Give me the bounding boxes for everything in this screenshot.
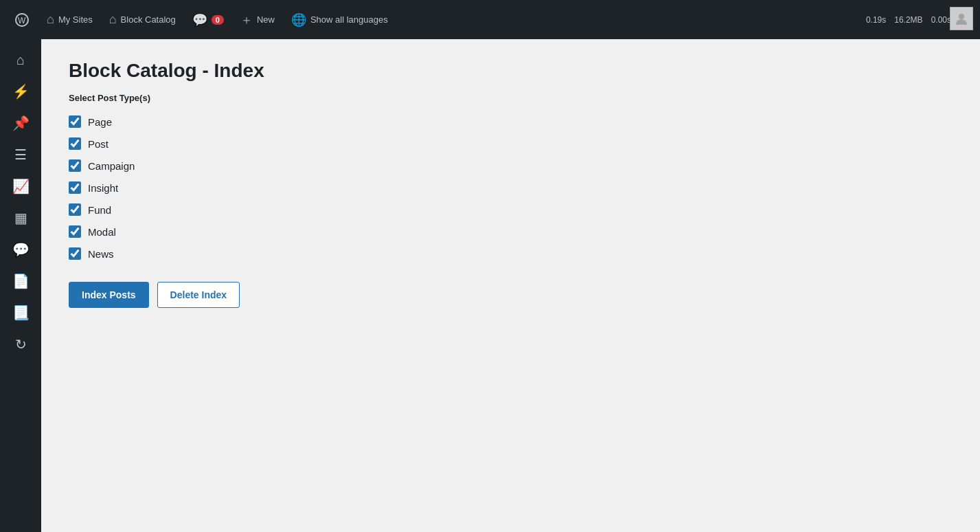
comments-link[interactable]: 💬 0 bbox=[184, 0, 232, 39]
block-catalog-link[interactable]: ⌂ Block Catalog bbox=[101, 0, 184, 39]
meta-mem: 16.2MB bbox=[890, 15, 926, 25]
checkbox-label-modal[interactable]: Modal bbox=[88, 226, 116, 238]
main-content: Block Catalog - Index Select Post Type(s… bbox=[41, 39, 980, 532]
checkbox-item-modal: Modal bbox=[69, 225, 953, 238]
sidebar: ⌂ ⚡ 📌 ☰ 📈 ▦ 💬 📄 📃 ↻ bbox=[0, 39, 41, 532]
wp-logo[interactable]: W bbox=[5, 0, 38, 39]
checkbox-label-page[interactable]: Page bbox=[88, 116, 112, 128]
checkbox-post[interactable] bbox=[69, 137, 81, 150]
sidebar-icon-pin[interactable]: 📌 bbox=[5, 108, 36, 138]
svg-point-2 bbox=[959, 14, 964, 19]
checkbox-item-page: Page bbox=[69, 115, 953, 128]
checkbox-item-insight: Insight bbox=[69, 181, 953, 194]
checkbox-campaign[interactable] bbox=[69, 159, 81, 172]
sidebar-icon-grid[interactable]: ▦ bbox=[5, 203, 36, 233]
sidebar-icon-docs[interactable]: 📃 bbox=[5, 298, 36, 328]
avatar[interactable] bbox=[950, 7, 973, 30]
svg-text:W: W bbox=[18, 16, 26, 25]
checkbox-modal[interactable] bbox=[69, 225, 81, 238]
checkbox-label-fund[interactable]: Fund bbox=[88, 204, 111, 216]
languages-link[interactable]: 🌐 Show all languages bbox=[283, 0, 396, 39]
checkbox-insight[interactable] bbox=[69, 181, 81, 194]
plus-icon: ＋ bbox=[240, 12, 253, 28]
layout: ⌂ ⚡ 📌 ☰ 📈 ▦ 💬 📄 📃 ↻ Block Catalog - Inde… bbox=[0, 39, 980, 532]
checkbox-label-campaign[interactable]: Campaign bbox=[88, 160, 135, 172]
translate-icon: 🌐 bbox=[291, 12, 306, 27]
delete-index-button[interactable]: Delete Index bbox=[157, 282, 240, 308]
index-posts-button[interactable]: Index Posts bbox=[69, 282, 149, 308]
block-catalog-label: Block Catalog bbox=[121, 14, 176, 25]
checkbox-label-post[interactable]: Post bbox=[88, 138, 109, 150]
checkbox-fund[interactable] bbox=[69, 203, 81, 216]
admin-bar: W ⌂ My Sites ⌂ Block Catalog 💬 0 ＋ New 🌐… bbox=[0, 0, 980, 39]
sidebar-icon-refresh[interactable]: ↻ bbox=[5, 329, 36, 359]
sidebar-icon-comments[interactable]: 💬 bbox=[5, 234, 36, 265]
avatar-area bbox=[950, 7, 973, 30]
meta-time1: 0.19s bbox=[862, 15, 890, 25]
sidebar-icon-posts[interactable]: ☰ bbox=[5, 140, 36, 170]
comment-icon: 💬 bbox=[192, 12, 207, 27]
my-sites-label: My Sites bbox=[58, 14, 93, 25]
button-row: Index Posts Delete Index bbox=[69, 282, 953, 308]
page-title: Block Catalog - Index bbox=[69, 60, 953, 82]
comments-badge: 0 bbox=[212, 15, 224, 25]
checkbox-page[interactable] bbox=[69, 115, 81, 128]
languages-label: Show all languages bbox=[310, 14, 388, 25]
checkbox-item-fund: Fund bbox=[69, 203, 953, 216]
home-icon: ⌂ bbox=[47, 12, 54, 27]
my-sites-link[interactable]: ⌂ My Sites bbox=[38, 0, 101, 39]
sidebar-icon-dashboard[interactable]: ⌂ bbox=[5, 45, 36, 75]
checkbox-news[interactable] bbox=[69, 247, 81, 260]
checkbox-label-news[interactable]: News bbox=[88, 248, 114, 260]
checkbox-label-insight[interactable]: Insight bbox=[88, 182, 118, 194]
checkbox-item-news: News bbox=[69, 247, 953, 260]
new-label: New bbox=[257, 14, 275, 25]
sidebar-icon-analytics[interactable]: 📈 bbox=[5, 171, 36, 201]
sidebar-icon-pages[interactable]: 📄 bbox=[5, 266, 36, 296]
sidebar-icon-jetpack[interactable]: ⚡ bbox=[5, 76, 36, 107]
checkbox-list: PagePostCampaignInsightFundModalNews bbox=[69, 115, 953, 260]
checkbox-item-campaign: Campaign bbox=[69, 159, 953, 172]
section-label: Select Post Type(s) bbox=[69, 93, 953, 103]
blockcatalog-icon: ⌂ bbox=[109, 12, 117, 27]
new-link[interactable]: ＋ New bbox=[232, 0, 283, 39]
checkbox-item-post: Post bbox=[69, 137, 953, 150]
